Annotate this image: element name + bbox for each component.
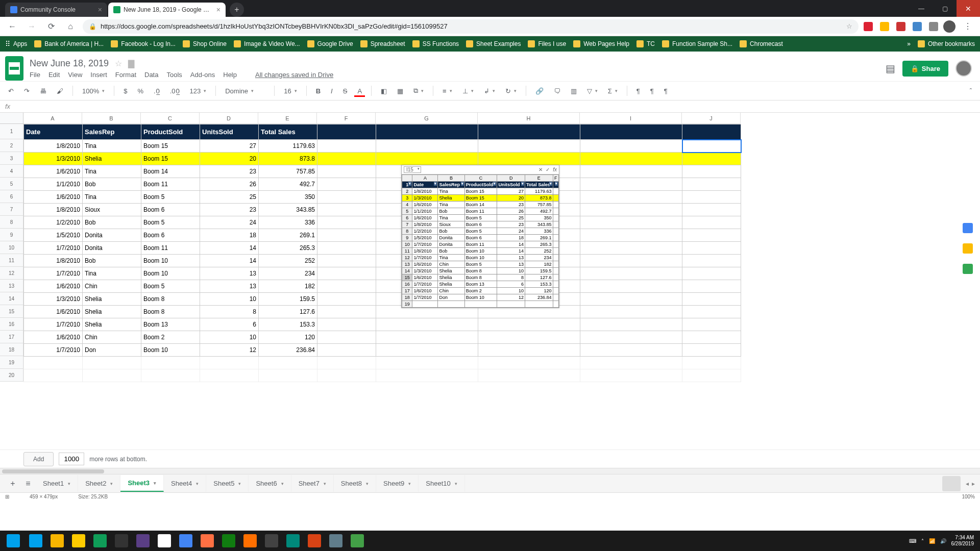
row-header[interactable]: 6: [0, 190, 23, 203]
window-minimize-icon[interactable]: —: [910, 0, 933, 17]
row-header[interactable]: 3: [0, 152, 23, 165]
column-header[interactable]: F: [317, 113, 376, 124]
bookmark-item[interactable]: Sheet Examples: [466, 40, 521, 47]
row-header[interactable]: 20: [0, 369, 23, 382]
tray-volume-icon[interactable]: 🔊: [940, 538, 946, 544]
reload-button[interactable]: ⟳: [44, 19, 58, 34]
tray-network-icon[interactable]: 📶: [929, 538, 935, 544]
row-header[interactable]: 15: [0, 305, 23, 318]
share-button[interactable]: 🔒 Share: [902, 61, 948, 77]
bookmark-item[interactable]: Bank of America | H...: [34, 40, 104, 47]
column-header[interactable]: D: [200, 113, 258, 124]
bookmark-item[interactable]: Web Pages Help: [573, 40, 629, 47]
menu-insert[interactable]: Insert: [90, 71, 107, 79]
bookmark-item[interactable]: Shop Online: [183, 40, 227, 47]
column-header[interactable]: B: [82, 113, 141, 124]
halign-button[interactable]: ≡: [439, 85, 455, 97]
percent-button[interactable]: %: [134, 85, 146, 97]
taskbar-app[interactable]: [111, 532, 132, 549]
tab-close-icon[interactable]: ×: [98, 6, 102, 14]
ext-icon[interactable]: [913, 22, 922, 31]
rotate-button[interactable]: ↻: [502, 85, 520, 97]
column-header[interactable]: H: [478, 113, 580, 124]
row-header[interactable]: 5: [0, 178, 23, 190]
sheet-tab[interactable]: Sheet5: [206, 475, 249, 492]
taskbar-app[interactable]: [68, 532, 89, 549]
menu-help[interactable]: Help: [223, 71, 237, 79]
comments-icon[interactable]: ▤: [886, 62, 895, 74]
folder-icon[interactable]: ▇: [128, 59, 134, 68]
menu-file[interactable]: File: [30, 71, 40, 79]
paint-format-button[interactable]: 🖌: [54, 85, 66, 97]
chart-button[interactable]: ▥: [568, 85, 580, 97]
row-header[interactable]: 13: [0, 280, 23, 292]
taskbar-app[interactable]: [154, 532, 175, 549]
taskbar-app[interactable]: [283, 532, 303, 549]
comment-button[interactable]: 🗨: [551, 85, 564, 97]
other-bookmarks[interactable]: Other bookmarks: [918, 40, 975, 47]
sheet-tab[interactable]: Sheet7: [291, 475, 334, 492]
taskbar-app[interactable]: [133, 532, 153, 549]
taskbar-app[interactable]: [304, 532, 325, 549]
column-header[interactable]: G: [376, 113, 478, 124]
redo-button[interactable]: ↷: [21, 85, 33, 97]
taskbar-app[interactable]: [218, 532, 239, 549]
taskbar-app[interactable]: [240, 532, 260, 549]
sheet-tab[interactable]: Sheet3: [120, 475, 164, 492]
ext-icon[interactable]: [896, 22, 905, 31]
number-format-select[interactable]: 123: [187, 85, 210, 97]
currency-button[interactable]: $: [120, 85, 130, 97]
embedded-image[interactable]: I15 ✕✓fx ABCDEF1DateSalesRepProductSoldU…: [401, 165, 559, 308]
column-header[interactable]: J: [682, 113, 741, 124]
sheet-tab[interactable]: Sheet1: [36, 475, 78, 492]
row-header[interactable]: 17: [0, 331, 23, 343]
row-header[interactable]: 9: [0, 229, 23, 241]
row-header[interactable]: 14: [0, 292, 23, 305]
row-header[interactable]: 19: [0, 356, 23, 369]
ext-icon[interactable]: [929, 22, 938, 31]
link-button[interactable]: 🔗: [532, 85, 547, 97]
taskbar-app[interactable]: [347, 532, 368, 549]
undo-button[interactable]: ↶: [5, 85, 17, 97]
row-header[interactable]: 8: [0, 216, 23, 229]
star-icon[interactable]: ☆: [846, 22, 852, 30]
bookmark-overflow[interactable]: »: [907, 40, 911, 47]
text-color-button[interactable]: A: [354, 85, 365, 97]
data-table[interactable]: DateSalesRepProductSoldUnitsSoldTotal Sa…: [23, 124, 741, 382]
functions-button[interactable]: Σ: [605, 85, 621, 97]
star-icon[interactable]: ☆: [115, 59, 122, 68]
ext-icon[interactable]: [880, 22, 889, 31]
borders-button[interactable]: ▦: [394, 85, 406, 97]
sheets-logo-icon[interactable]: [5, 56, 23, 81]
bookmark-item[interactable]: TC: [636, 40, 655, 47]
browser-tab[interactable]: Community Console ×: [5, 3, 107, 17]
bookmark-item[interactable]: Spreadsheet: [360, 40, 405, 47]
column-header[interactable]: A: [23, 113, 82, 124]
doc-title[interactable]: New June 18, 2019: [30, 58, 109, 69]
new-tab-button[interactable]: +: [230, 3, 244, 17]
row-header[interactable]: 16: [0, 318, 23, 331]
font-select[interactable]: Domine: [222, 85, 268, 97]
menu-edit[interactable]: Edit: [48, 71, 60, 79]
row-headers[interactable]: 1234567891011121314151617181920: [0, 124, 23, 382]
taskbar-app[interactable]: [176, 532, 196, 549]
ext-icon[interactable]: [864, 22, 873, 31]
add-rows-button[interactable]: Add: [23, 452, 54, 466]
taskbar-app[interactable]: [326, 532, 346, 549]
rtl-button[interactable]: ¶: [647, 85, 657, 97]
zoom-select[interactable]: 100%: [79, 85, 108, 97]
taskbar-app[interactable]: [261, 532, 282, 549]
window-maximize-icon[interactable]: ▢: [933, 0, 957, 17]
bookmark-item[interactable]: Image & Video We...: [234, 40, 300, 47]
increase-decimal-button[interactable]: .00̲: [167, 85, 183, 97]
menu-tools[interactable]: Tools: [166, 71, 182, 79]
italic-button[interactable]: I: [328, 85, 336, 97]
row-header[interactable]: 4: [0, 165, 23, 178]
tray-up-icon[interactable]: ˄: [921, 538, 924, 544]
forward-button[interactable]: →: [24, 19, 39, 34]
fill-color-button[interactable]: ◧: [378, 85, 390, 97]
sheet-tab[interactable]: Sheet4: [164, 475, 206, 492]
row-header[interactable]: 2: [0, 139, 23, 152]
row-header[interactable]: 12: [0, 267, 23, 280]
tab-close-icon[interactable]: ×: [216, 6, 220, 14]
